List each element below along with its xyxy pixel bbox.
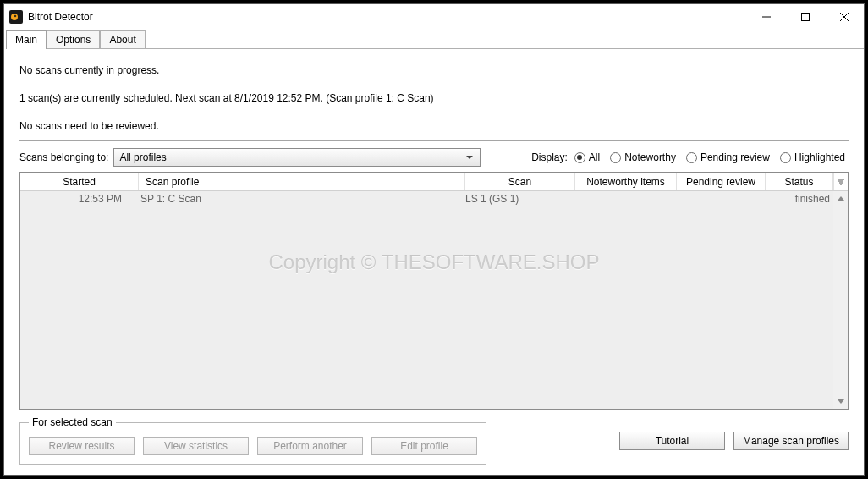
svg-point-2 <box>14 15 17 18</box>
main-panel: No scans currently in progress. 1 scan(s… <box>4 49 864 475</box>
scroll-track[interactable] <box>833 206 848 394</box>
col-pending[interactable]: Pending review <box>677 173 766 190</box>
svg-point-1 <box>11 14 18 20</box>
minimize-button[interactable] <box>747 4 786 30</box>
col-started[interactable]: Started <box>20 173 139 190</box>
titlebar: Bitrot Detector <box>4 4 864 30</box>
profile-select[interactable]: All profiles <box>113 148 481 167</box>
scroll-down-icon[interactable] <box>833 394 848 409</box>
divider <box>19 140 849 141</box>
display-radio-pending[interactable]: Pending review <box>686 151 770 163</box>
manage-profiles-button[interactable]: Manage scan profiles <box>733 432 849 450</box>
radio-label: Pending review <box>700 151 770 163</box>
cell-scan: LS 1 (GS 1) <box>465 193 575 205</box>
radio-icon <box>780 152 791 163</box>
display-radio-highlighted[interactable]: Highlighted <box>780 151 845 163</box>
svg-marker-11 <box>838 196 844 201</box>
cell-profile: SP 1: C Scan <box>139 193 465 205</box>
profile-select-value: All profiles <box>119 151 166 163</box>
table-row[interactable]: 12:53 PM SP 1: C Scan LS 1 (GS 1) finish… <box>20 191 848 206</box>
cell-status: finished <box>766 193 833 205</box>
col-noteworthy[interactable]: Noteworthy items <box>575 173 677 190</box>
radio-icon <box>610 152 621 163</box>
selected-scan-group: For selected scan Review results View st… <box>19 416 486 465</box>
scan-table: Started Scan profile Scan Noteworthy ite… <box>19 172 849 410</box>
status-no-scans-progress: No scans currently in progress. <box>19 61 849 81</box>
close-button[interactable] <box>825 4 864 30</box>
svg-marker-12 <box>838 399 844 404</box>
watermark-text: Copyright © THESOFTWARE.SHOP <box>268 251 599 274</box>
view-statistics-button[interactable]: View statistics <box>143 437 249 455</box>
perform-another-button[interactable]: Perform another <box>257 437 363 455</box>
radio-label: All <box>589 151 600 163</box>
col-scan[interactable]: Scan <box>465 173 575 190</box>
display-label: Display: <box>531 151 568 163</box>
window-title: Bitrot Detector <box>28 11 93 23</box>
cell-started: 12:53 PM <box>20 193 139 205</box>
window-controls <box>747 4 864 30</box>
tutorial-button[interactable]: Tutorial <box>619 432 725 450</box>
bottom-bar: For selected scan Review results View st… <box>19 416 849 465</box>
tab-bar: Main Options About <box>4 30 864 49</box>
radio-label: Noteworthy <box>624 151 676 163</box>
app-icon <box>9 10 23 24</box>
app-window: Bitrot Detector Main Options About No sc… <box>3 3 865 476</box>
tab-options[interactable]: Options <box>47 30 100 48</box>
table-body: 12:53 PM SP 1: C Scan LS 1 (GS 1) finish… <box>20 191 848 409</box>
display-radio-all[interactable]: All <box>574 151 600 163</box>
svg-rect-4 <box>802 14 810 21</box>
review-results-button[interactable]: Review results <box>29 437 135 455</box>
col-profile[interactable]: Scan profile <box>139 173 465 190</box>
vertical-scrollbar[interactable] <box>833 191 848 409</box>
status-no-review: No scans need to be reviewed. <box>19 117 849 137</box>
filter-row: Scans belonging to: All profiles Display… <box>19 145 849 172</box>
tab-main[interactable]: Main <box>6 30 47 49</box>
radio-icon <box>686 152 697 163</box>
table-header: Started Scan profile Scan Noteworthy ite… <box>20 173 848 191</box>
display-radio-noteworthy[interactable]: Noteworthy <box>610 151 676 163</box>
col-status[interactable]: Status <box>766 173 833 190</box>
scroll-up-icon[interactable] <box>833 191 848 206</box>
tab-about[interactable]: About <box>100 30 145 48</box>
status-scheduled: 1 scan(s) are currently scheduled. Next … <box>19 89 849 109</box>
divider <box>19 85 849 85</box>
edit-profile-button[interactable]: Edit profile <box>371 437 477 455</box>
radio-label: Highlighted <box>794 151 845 163</box>
scans-belonging-label: Scans belonging to: <box>19 151 108 163</box>
maximize-button[interactable] <box>786 4 825 30</box>
radio-icon <box>574 152 585 163</box>
divider <box>19 113 849 113</box>
col-sort-icon[interactable] <box>833 173 848 190</box>
selected-scan-legend: For selected scan <box>29 416 116 428</box>
